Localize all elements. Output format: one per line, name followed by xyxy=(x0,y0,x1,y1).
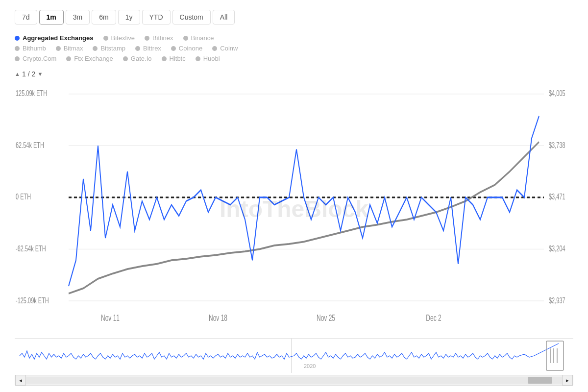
page-separator: / xyxy=(28,70,30,78)
page-up-arrow[interactable]: ▲ xyxy=(15,71,20,77)
legend-dot-gateio xyxy=(123,56,128,61)
svg-text:$3,471: $3,471 xyxy=(549,192,565,201)
mini-chart-svg: 2020 xyxy=(15,339,573,373)
legend-item-hitbtc[interactable]: Hitbtc xyxy=(162,55,186,62)
time-range-bar: 7d 1m 3m 6m 1y YTD Custom All xyxy=(15,10,573,24)
page-total: 2 xyxy=(32,70,36,78)
scroll-right-button[interactable]: ► xyxy=(562,375,573,386)
pagination: ▲ 1 / 2 ▼ xyxy=(15,70,573,78)
legend-label-bithumb: Bithumb xyxy=(23,45,46,52)
mini-netflow-line xyxy=(20,343,559,359)
legend-dot-coinone xyxy=(171,46,176,51)
btn-1y[interactable]: 1y xyxy=(118,10,140,24)
legend-dot-coinw xyxy=(212,46,217,51)
svg-text:125.09k ETH: 125.09k ETH xyxy=(16,89,47,98)
btn-3m[interactable]: 3m xyxy=(66,10,90,24)
btn-1m[interactable]: 1m xyxy=(39,10,64,24)
svg-text:Nov 25: Nov 25 xyxy=(317,313,335,322)
btn-all[interactable]: All xyxy=(213,10,235,24)
legend-dot-bitexlive xyxy=(103,36,108,41)
btn-ytd[interactable]: YTD xyxy=(142,10,171,24)
chart-area: IntoTheBlock 125.09k ETH 62.54k ETH 0 ET… xyxy=(15,83,573,382)
legend-dot-aggregated xyxy=(15,36,20,41)
legend: Aggregated Exchanges Bitexlive Bitfinex … xyxy=(15,34,573,65)
legend-item-huobi[interactable]: Huobi xyxy=(196,55,220,62)
legend-item-ftx[interactable]: Ftx Exchange xyxy=(66,55,113,62)
scrollbar-thumb[interactable] xyxy=(528,377,552,384)
legend-dot-bithumb xyxy=(15,46,20,51)
legend-item-bithumb[interactable]: Bithumb xyxy=(15,45,46,52)
main-chart-svg: 125.09k ETH 62.54k ETH 0 ETH -62.54k ETH… xyxy=(15,83,573,334)
price-line xyxy=(69,142,539,294)
legend-label-binance: Binance xyxy=(191,34,214,42)
svg-text:Nov 11: Nov 11 xyxy=(101,313,120,322)
legend-row-1: Aggregated Exchanges Bitexlive Bitfinex … xyxy=(15,34,573,42)
legend-item-binance[interactable]: Binance xyxy=(183,34,214,42)
svg-text:$3,738: $3,738 xyxy=(549,140,565,149)
legend-dot-binance xyxy=(183,36,188,41)
svg-text:0 ETH: 0 ETH xyxy=(16,192,31,201)
svg-text:-125.09k ETH: -125.09k ETH xyxy=(16,295,49,305)
legend-item-bitexlive[interactable]: Bitexlive xyxy=(103,34,135,42)
scrollbar[interactable]: ◄ ► xyxy=(15,375,573,386)
btn-6m[interactable]: 6m xyxy=(92,10,116,24)
svg-text:-62.54k ETH: -62.54k ETH xyxy=(16,244,46,253)
legend-dot-bitmax xyxy=(56,46,61,51)
scrollbar-track[interactable] xyxy=(26,377,562,384)
svg-text:$3,204: $3,204 xyxy=(549,244,565,253)
legend-item-aggregated[interactable]: Aggregated Exchanges xyxy=(15,34,94,42)
legend-label-bitfinex: Bitfinex xyxy=(152,34,173,42)
main-container: 7d 1m 3m 6m 1y YTD Custom All Aggregated… xyxy=(0,0,588,392)
svg-text:$2,937: $2,937 xyxy=(549,295,565,305)
legend-item-bitfinex[interactable]: Bitfinex xyxy=(145,34,173,42)
legend-dot-hitbtc xyxy=(162,56,167,61)
legend-label-bitmax: Bitmax xyxy=(64,45,83,52)
legend-dot-huobi xyxy=(196,56,200,61)
btn-custom[interactable]: Custom xyxy=(172,10,211,24)
legend-item-bitmax[interactable]: Bitmax xyxy=(56,45,83,52)
svg-text:$4,005: $4,005 xyxy=(549,89,565,98)
main-chart: IntoTheBlock 125.09k ETH 62.54k ETH 0 ET… xyxy=(15,83,573,334)
scroll-left-button[interactable]: ◄ xyxy=(15,375,26,386)
legend-row-3: Crypto.Com Ftx Exchange Gate.Io Hitbtc H… xyxy=(15,55,573,62)
mini-chart: 2020 ◄ ► xyxy=(15,338,573,382)
legend-label-bitstamp: Bitstamp xyxy=(100,45,125,52)
legend-item-bittrex[interactable]: Bittrex xyxy=(135,45,161,52)
btn-7d[interactable]: 7d xyxy=(15,10,37,24)
legend-dot-cryptocom xyxy=(15,56,20,61)
legend-label-bittrex: Bittrex xyxy=(143,45,161,52)
legend-item-coinw[interactable]: Coinw xyxy=(212,45,238,52)
legend-row-2: Bithumb Bitmax Bitstamp Bittrex Coinone … xyxy=(15,45,573,52)
legend-dot-bitstamp xyxy=(93,46,98,51)
page-current: 1 xyxy=(22,70,26,78)
legend-label-ftx: Ftx Exchange xyxy=(74,55,113,62)
legend-label-aggregated: Aggregated Exchanges xyxy=(23,34,94,42)
legend-item-bitstamp[interactable]: Bitstamp xyxy=(93,45,125,52)
legend-item-gateio[interactable]: Gate.Io xyxy=(123,55,152,62)
legend-label-cryptocom: Crypto.Com xyxy=(23,55,56,62)
legend-label-coinw: Coinw xyxy=(220,45,238,52)
svg-text:Dec 2: Dec 2 xyxy=(426,313,441,322)
svg-text:Nov 18: Nov 18 xyxy=(209,313,227,322)
legend-label-bitexlive: Bitexlive xyxy=(111,34,135,42)
legend-dot-ftx xyxy=(66,56,71,61)
legend-label-hitbtc: Hitbtc xyxy=(170,55,186,62)
legend-item-cryptocom[interactable]: Crypto.Com xyxy=(15,55,56,62)
netflow-line xyxy=(69,116,539,286)
page-down-arrow[interactable]: ▼ xyxy=(37,71,43,77)
legend-dot-bittrex xyxy=(135,46,140,51)
svg-text:62.54k ETH: 62.54k ETH xyxy=(16,140,44,149)
legend-label-huobi: Huobi xyxy=(203,55,220,62)
legend-label-gateio: Gate.Io xyxy=(131,55,152,62)
svg-text:2020: 2020 xyxy=(304,363,316,369)
legend-label-coinone: Coinone xyxy=(179,45,202,52)
legend-dot-bitfinex xyxy=(145,36,149,41)
legend-item-coinone[interactable]: Coinone xyxy=(171,45,202,52)
